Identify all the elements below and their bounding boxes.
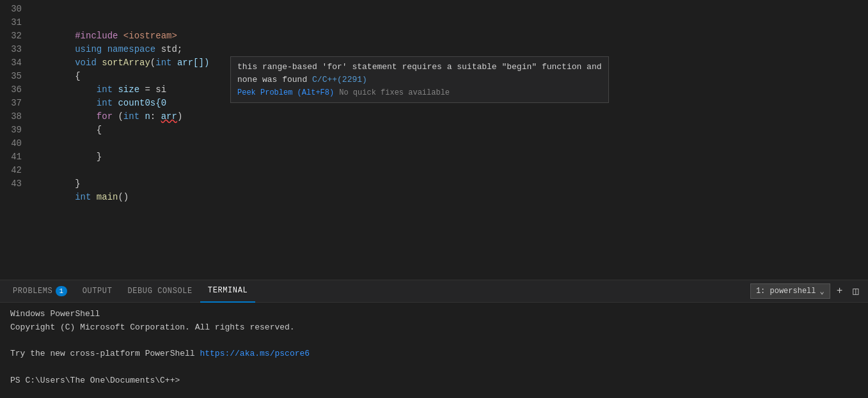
- ln-38: 38: [6, 110, 22, 123]
- tab-output[interactable]: OUTPUT: [75, 280, 120, 303]
- code-line-39: [32, 123, 868, 137]
- no-quick-fixes: No quick fixes available: [339, 87, 450, 99]
- code-line-43: int main(): [32, 177, 868, 191]
- plus-icon: +: [837, 285, 843, 297]
- problems-label: PROBLEMS: [13, 280, 52, 303]
- code-line-41: [32, 150, 868, 164]
- ln-37: 37: [6, 97, 22, 110]
- code-line-30: [32, 3, 868, 16]
- ln-30: 30: [6, 3, 22, 16]
- debug-console-label: DEBUG CONSOLE: [127, 280, 192, 303]
- error-none-text: none was found: [237, 75, 312, 84]
- new-terminal-button[interactable]: +: [833, 284, 847, 298]
- peek-problem-link[interactable]: Peek Problem (Alt+F8): [237, 87, 334, 99]
- tab-debug-console[interactable]: DEBUG CONSOLE: [120, 280, 200, 303]
- terminal-line-3: [10, 335, 858, 348]
- split-icon: ◫: [853, 285, 859, 298]
- code-container: 30 31 32 33 34 35 36 37 38 39 40 41 42 4…: [0, 0, 868, 280]
- ln-40: 40: [6, 137, 22, 150]
- tab-problems[interactable]: PROBLEMS 1: [5, 280, 75, 303]
- line-numbers: 30 31 32 33 34 35 36 37 38 39 40 41 42 4…: [0, 0, 32, 280]
- editor-area: 30 31 32 33 34 35 36 37 38 39 40 41 42 4…: [0, 0, 868, 280]
- error-tooltip: this range-based 'for' statement require…: [230, 56, 609, 103]
- problems-badge: 1: [56, 286, 67, 296]
- panel-right: 1: powershell ⌄ + ◫: [750, 283, 863, 299]
- ln-35: 35: [6, 70, 22, 83]
- tab-terminal[interactable]: TERMINAL: [200, 280, 255, 303]
- output-label: OUTPUT: [83, 280, 113, 303]
- panel-tabs: PROBLEMS 1 OUTPUT DEBUG CONSOLE TERMINAL…: [0, 280, 868, 303]
- code-lines: #include <iostream> using namespace std;…: [32, 0, 868, 280]
- ln-41: 41: [6, 150, 22, 164]
- error-secondary-text: none was found C/C++(2291): [237, 74, 602, 86]
- terminal-line-2: Copyright (C) Microsoft Corporation. All…: [10, 321, 858, 335]
- ln-43: 43: [6, 177, 22, 191]
- code-line-32: using namespace std;: [32, 29, 868, 43]
- ln-39: 39: [6, 123, 22, 137]
- terminal-label: TERMINAL: [208, 280, 248, 302]
- terminal-content: Windows PowerShell Copyright (C) Microso…: [0, 303, 868, 398]
- terminal-line-5: [10, 361, 858, 374]
- code-line-33: void sortArray(int arr[]): [32, 43, 868, 56]
- split-terminal-button[interactable]: ◫: [849, 283, 863, 299]
- chevron-down-icon: ⌄: [820, 287, 825, 296]
- ln-34: 34: [6, 56, 22, 70]
- terminal-selector-label: 1: powershell: [756, 287, 816, 296]
- peek-line: Peek Problem (Alt+F8) No quick fixes ava…: [237, 87, 602, 99]
- pscore-url[interactable]: https://aka.ms/pscore6: [200, 349, 310, 358]
- ln-42: 42: [6, 164, 22, 177]
- ln-36: 36: [6, 83, 22, 97]
- bottom-panel: PROBLEMS 1 OUTPUT DEBUG CONSOLE TERMINAL…: [0, 280, 868, 398]
- ln-33: 33: [6, 43, 22, 56]
- code-line-40: }: [32, 137, 868, 150]
- ln-31: 31: [6, 16, 22, 29]
- error-main-text: this range-based 'for' statement require…: [237, 61, 602, 74]
- ln-32: 32: [6, 29, 22, 43]
- terminal-prompt: PS C:\Users\The One\Documents\C++>: [10, 374, 858, 388]
- code-line-31: #include <iostream>: [32, 16, 868, 29]
- terminal-line-4: Try the new cross-platform PowerShell ht…: [10, 347, 858, 361]
- error-code: C/C++(2291): [312, 75, 367, 84]
- terminal-line-1: Windows PowerShell: [10, 308, 858, 321]
- terminal-selector[interactable]: 1: powershell ⌄: [750, 283, 830, 299]
- code-line-38: {: [32, 110, 868, 123]
- code-line-42: }: [32, 164, 868, 177]
